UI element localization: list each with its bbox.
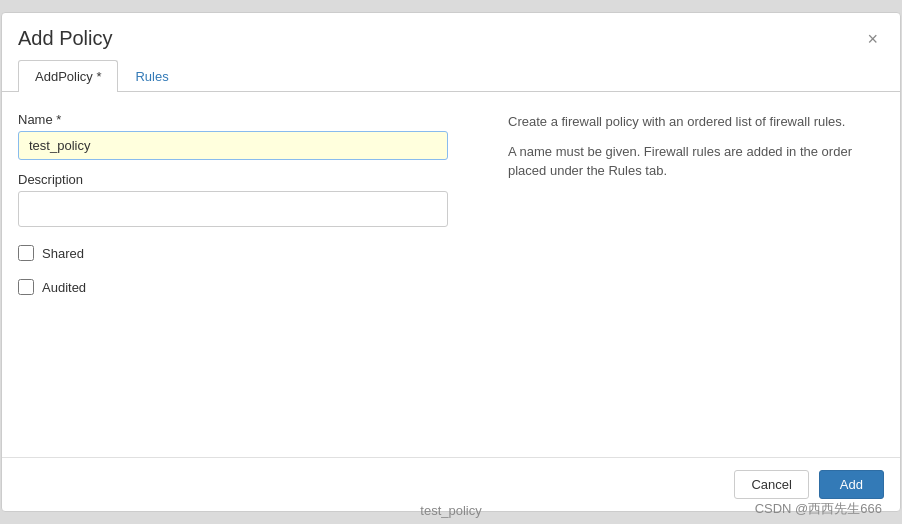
tab-rules[interactable]: Rules (118, 60, 185, 92)
info-paragraph-1: Create a firewall policy with an ordered… (508, 112, 884, 132)
name-input[interactable] (18, 131, 448, 160)
form-section: Name * Description Shared Audited (18, 112, 468, 441)
dialog-overlay: Add Policy × AddPolicy * Rules Name * De… (0, 0, 902, 524)
dialog-title: Add Policy (18, 27, 113, 50)
audited-checkbox-group: Audited (18, 279, 468, 295)
dialog-header: Add Policy × (2, 13, 900, 60)
close-button[interactable]: × (861, 28, 884, 50)
description-field-group: Description (18, 172, 468, 227)
description-input[interactable] (18, 191, 448, 227)
audited-label[interactable]: Audited (42, 280, 86, 295)
shared-checkbox[interactable] (18, 245, 34, 261)
tab-addpolicy[interactable]: AddPolicy * (18, 60, 118, 92)
dialog-body: Name * Description Shared Audited (2, 92, 900, 457)
dialog: Add Policy × AddPolicy * Rules Name * De… (1, 12, 901, 512)
cancel-button[interactable]: Cancel (734, 470, 808, 499)
name-label: Name * (18, 112, 468, 127)
description-label: Description (18, 172, 468, 187)
watermark-center: test_policy (420, 503, 481, 518)
watermark-right: CSDN @西西先生666 (755, 500, 882, 518)
audited-checkbox[interactable] (18, 279, 34, 295)
info-section: Create a firewall policy with an ordered… (508, 112, 884, 441)
name-field-group: Name * (18, 112, 468, 160)
tabs-bar: AddPolicy * Rules (2, 60, 900, 92)
add-button[interactable]: Add (819, 470, 884, 499)
shared-label[interactable]: Shared (42, 246, 84, 261)
shared-checkbox-group: Shared (18, 245, 468, 261)
info-paragraph-2: A name must be given. Firewall rules are… (508, 142, 884, 181)
